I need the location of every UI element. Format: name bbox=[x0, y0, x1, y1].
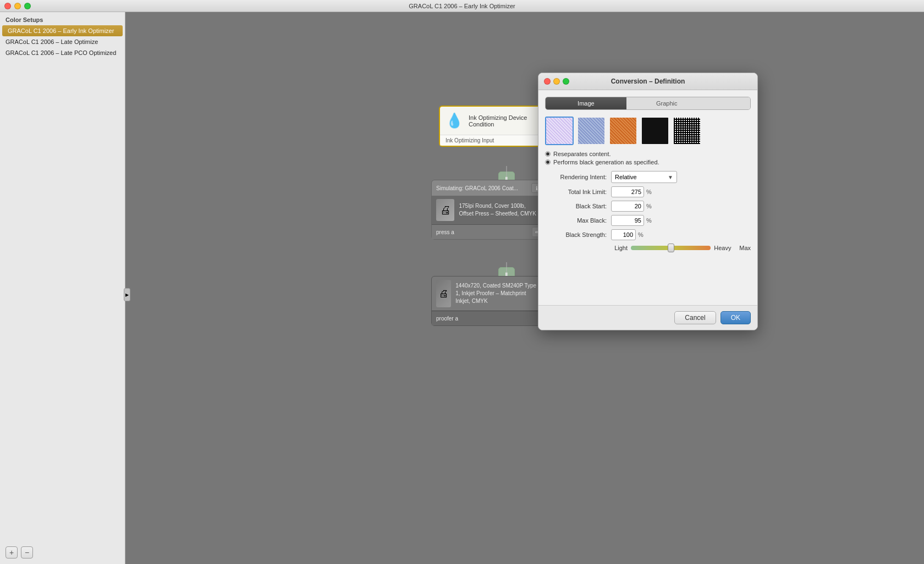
conversion-dialog: Conversion – Definition Image Graphic bbox=[538, 73, 758, 330]
max-black-unit: % bbox=[646, 217, 652, 224]
black-strength-unit: % bbox=[638, 231, 644, 238]
tab-extra[interactable] bbox=[707, 97, 750, 109]
preview-5-canvas bbox=[674, 118, 700, 144]
sidebar-item-label: GRACoL C1 2006 – Late Optimize bbox=[6, 38, 98, 45]
radio-reseparates[interactable]: Reseparates content. bbox=[545, 151, 751, 157]
dialog-titlebar: Conversion – Definition bbox=[538, 73, 757, 90]
radio-black-gen[interactable]: Performs black generation as specified. bbox=[545, 159, 751, 165]
max-black-input[interactable] bbox=[611, 215, 644, 226]
chevron-down-icon: ▼ bbox=[668, 174, 673, 180]
press-body-text: 175lpi Round, Cover 100lb, Offset Press … bbox=[459, 202, 540, 218]
rendering-intent-label: Rendering Intent: bbox=[545, 174, 611, 180]
minimize-button[interactable] bbox=[14, 3, 21, 9]
total-ink-unit: % bbox=[646, 189, 652, 195]
ink-icon: 💧 bbox=[446, 112, 463, 129]
sidebar-footer: + − bbox=[6, 546, 33, 559]
tab-bar: Image Graphic bbox=[545, 97, 751, 110]
black-strength-input[interactable] bbox=[611, 229, 636, 240]
dialog-content: Image Graphic bbox=[538, 90, 757, 305]
ok-button[interactable]: OK bbox=[721, 311, 751, 324]
dialog-close[interactable] bbox=[544, 78, 551, 85]
preview-4[interactable] bbox=[641, 117, 669, 145]
dialog-spacer bbox=[545, 255, 751, 298]
proofer-image: 🖨 bbox=[436, 280, 451, 307]
tab-image[interactable]: Image bbox=[546, 97, 626, 109]
max-black-label: Max Black: bbox=[545, 217, 611, 224]
dialog-title: Conversion – Definition bbox=[611, 78, 685, 85]
sidebar-item-early-ink[interactable]: GRACoL C1 2006 – Early Ink Optimizer bbox=[2, 25, 123, 36]
dialog-min[interactable] bbox=[553, 78, 560, 85]
total-ink-limit-label: Total Ink Limit: bbox=[545, 189, 611, 195]
proofer-footer-label: proofer a bbox=[436, 316, 458, 322]
dialog-footer: Cancel OK bbox=[538, 305, 757, 330]
radio-dot-2[interactable] bbox=[545, 159, 551, 165]
preview-1-canvas bbox=[546, 118, 573, 144]
dialog-max[interactable] bbox=[563, 78, 569, 85]
close-button[interactable] bbox=[4, 3, 11, 9]
black-start-unit: % bbox=[646, 203, 652, 209]
radio-group: Reseparates content. Performs black gene… bbox=[545, 151, 751, 165]
sidebar-item-late-optimize[interactable]: GRACoL C1 2006 – Late Optimize bbox=[0, 36, 125, 47]
slider-thumb[interactable] bbox=[668, 244, 674, 252]
radio-dot-1[interactable] bbox=[545, 151, 551, 157]
black-strength-slider-row: Light Heavy Max bbox=[545, 245, 751, 251]
canvas-area: 💧 Ink Optimizing Device Condition Ink Op… bbox=[125, 12, 924, 564]
preview-4-canvas bbox=[642, 118, 668, 144]
window-controls[interactable] bbox=[4, 3, 31, 9]
press-node-header-text: Simulating: GRACoL 2006 Coat... bbox=[436, 185, 518, 191]
total-ink-limit-row: Total Ink Limit: % bbox=[545, 186, 751, 197]
radio-label-1: Reseparates content. bbox=[553, 151, 611, 157]
remove-button[interactable]: − bbox=[21, 546, 33, 559]
preview-5[interactable] bbox=[673, 117, 701, 145]
preview-2-canvas bbox=[578, 118, 604, 144]
black-strength-label: Black Strength: bbox=[545, 231, 611, 238]
proofer-body-text: 1440x720, Coated SM240P Type 1, Inkjet P… bbox=[455, 282, 540, 305]
preview-2[interactable] bbox=[577, 117, 606, 145]
preview-3[interactable] bbox=[609, 117, 637, 145]
radio-label-2: Performs black generation as specified. bbox=[553, 159, 659, 165]
black-start-row: Black Start: % bbox=[545, 201, 751, 212]
title-bar: GRACoL C1 2006 – Early Ink Optimizer bbox=[0, 0, 924, 12]
sidebar-item-label: GRACoL C1 2006 – Late PCO Optimized bbox=[6, 49, 116, 56]
black-strength-slider[interactable] bbox=[631, 246, 711, 250]
sidebar-item-label: GRACoL C1 2006 – Early Ink Optimizer bbox=[8, 27, 114, 34]
black-start-input[interactable] bbox=[611, 201, 644, 212]
window-title: GRACoL C1 2006 – Early Ink Optimizer bbox=[409, 3, 515, 9]
black-start-label: Black Start: bbox=[545, 203, 611, 209]
total-ink-limit-input[interactable] bbox=[611, 186, 644, 197]
sidebar-toggle[interactable]: ▶ bbox=[124, 288, 130, 301]
press-footer-label: press a bbox=[436, 229, 454, 235]
maximize-button[interactable] bbox=[24, 3, 31, 9]
rendering-intent-row: Rendering Intent: Relative ▼ bbox=[545, 171, 751, 183]
preview-row bbox=[545, 117, 751, 145]
black-strength-row: Black Strength: % Light Heavy Max bbox=[545, 229, 751, 251]
slider-light-label: Light bbox=[611, 245, 628, 251]
dialog-window-controls[interactable] bbox=[544, 78, 569, 85]
tab-graphic[interactable]: Graphic bbox=[626, 97, 707, 109]
slider-heavy-label: Heavy bbox=[714, 245, 736, 251]
cancel-button[interactable]: Cancel bbox=[674, 311, 716, 324]
rendering-intent-dropdown[interactable]: Relative ▼ bbox=[611, 171, 677, 183]
sidebar-header: Color Setups bbox=[0, 12, 125, 25]
max-black-row: Max Black: % bbox=[545, 215, 751, 226]
sidebar-item-late-pco[interactable]: GRACoL C1 2006 – Late PCO Optimized bbox=[0, 47, 125, 58]
rendering-intent-value: Relative bbox=[615, 174, 637, 180]
sidebar: Color Setups ▶ GRACoL C1 2006 – Early In… bbox=[0, 12, 125, 564]
press-image: 🖨 bbox=[436, 199, 454, 221]
slider-max-label: Max bbox=[739, 245, 751, 251]
preview-1[interactable] bbox=[545, 117, 574, 145]
add-button[interactable]: + bbox=[6, 546, 18, 559]
preview-3-canvas bbox=[610, 118, 636, 144]
